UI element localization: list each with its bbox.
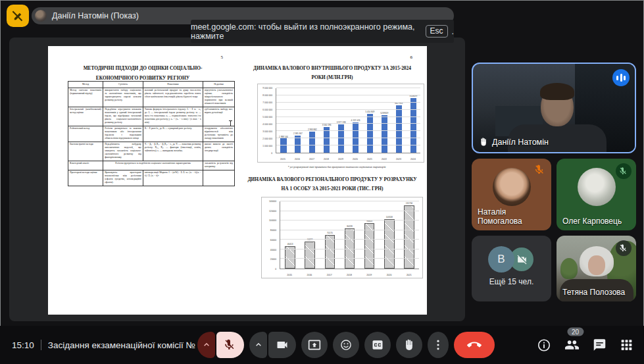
participant-name: Олег Карповець [562, 217, 622, 226]
bar-value-label: 103118 [386, 216, 393, 219]
chevron-up-icon [201, 340, 212, 350]
x-axis: 2015201620172018201920202021202220232024 [276, 158, 420, 161]
toast-text: meet.google.com: чтобы выйти из полноэкр… [191, 22, 422, 41]
avatar-letter: В [488, 246, 514, 273]
pen-off-icon [12, 10, 24, 22]
x-tick-label: 2015 [280, 274, 299, 276]
chevron-up-icon [253, 340, 264, 350]
meeting-title: Засідання екзаменаційної комісії № 1. За… [48, 340, 199, 350]
y-tick-label: 0 [271, 152, 272, 155]
apps-grid-icon [620, 338, 633, 352]
videocam-off-icon [516, 254, 528, 265]
presenter-avatar [35, 10, 47, 22]
bar [280, 138, 286, 153]
shared-screen-stage[interactable]: 5 МЕТОДИЧНІ ПІДХОДИ ДО ОЦІНКИ СОЦІАЛЬНО-… [9, 38, 465, 321]
bar-value-label: 3 560 596 [322, 124, 332, 126]
bar [382, 115, 387, 153]
more-options-button[interactable] [428, 332, 449, 358]
participant-count-badge: 20 [567, 328, 583, 336]
mic-off-icon [224, 338, 237, 351]
captions-button[interactable] [364, 332, 391, 358]
document-page-6: 6 ДИНАМІКА ВАЛОВОГО ВНУТРІШНЬОГО ПРОДУКТ… [237, 46, 427, 315]
call-end-icon [467, 338, 482, 352]
bar [285, 246, 295, 269]
show-people-button[interactable] [564, 338, 580, 353]
activities-button[interactable] [620, 338, 633, 352]
overflow-count-label: Ещё 15 чел. [472, 277, 551, 286]
gdp-chart-title: ДИНАМІКА ВАЛОВОГО ВНУТРІШНЬОГО ПРОДУКТУ … [247, 64, 418, 83]
camera-options-button[interactable] [249, 332, 267, 358]
bar-value-label: 70170 [327, 232, 333, 234]
y-tick-label: 0 [275, 268, 276, 271]
x-tick-label: 2019 [334, 158, 348, 161]
leave-call-button[interactable] [454, 332, 495, 358]
bar-value-label: 5 450 849 [366, 111, 375, 113]
x-tick-label: 2016 [299, 274, 319, 276]
y-tick-label: 3 000 000 [262, 130, 272, 133]
bar-value-label: 2 385 367 [293, 132, 303, 135]
camera-toggle-button[interactable] [268, 332, 296, 358]
clock: 15:10 [12, 340, 34, 350]
present-screen-button[interactable] [301, 332, 328, 358]
bar [404, 205, 414, 269]
avatar [493, 168, 531, 206]
participant-name: Даніїл Натомін [480, 137, 549, 147]
mic-control-group [197, 332, 244, 358]
y-tick-label: 2 000 000 [262, 138, 272, 140]
reactions-button[interactable] [333, 332, 359, 358]
participant-name: Тетяна Полозова [562, 288, 625, 297]
chat-button[interactable] [593, 338, 607, 352]
table-row: Кластерний аналізРегіони групуються за п… [68, 161, 235, 170]
participant-tile[interactable]: Наталія Помогалова [472, 159, 551, 230]
table-row: Рейтинговий методРегіони ранжуються за к… [68, 126, 235, 142]
methods-table: МетодСутністьПоказникиНедолікиМетод сист… [68, 81, 235, 186]
mic-options-button[interactable] [197, 332, 215, 358]
table-row: Просторові методи оцінкиВраховують прост… [68, 170, 235, 186]
y-tick-label: 100000 [269, 219, 276, 222]
y-tick-label: 9 000 000 [262, 87, 272, 90]
people-icon [564, 338, 580, 353]
mic-mute-button[interactable] [216, 332, 244, 358]
mic-off-icon [616, 163, 632, 179]
presenter-name: Даніїл Натомін (Показ) [52, 11, 139, 20]
annotation-toggle-button[interactable] [7, 5, 29, 27]
x-tick-label: 2016 [290, 158, 305, 161]
text-cursor [230, 120, 231, 126]
y-tick-label: 1 000 000 [262, 145, 272, 147]
x-tick-label: 2023 [391, 158, 406, 161]
divider [41, 340, 41, 350]
y-tick-label: 60000 [270, 239, 276, 242]
x-tick-label: 2017 [305, 158, 319, 161]
raise-hand-button[interactable] [396, 332, 422, 358]
x-tick-label: 2020 [379, 274, 399, 276]
bar [309, 132, 315, 153]
x-tick-label: 2022 [377, 158, 391, 161]
smiley-icon [339, 338, 353, 351]
bar [367, 114, 373, 153]
table-row: Інтегральний (комбінований) метод оцінки… [68, 107, 235, 126]
y-axis: 01 000 0002 000 0003 000 0004 000 0005 0… [258, 88, 274, 153]
participant-tile[interactable]: Олег Карповець [557, 159, 636, 230]
y-tick-label: 4 000 000 [262, 123, 272, 126]
bar [305, 242, 315, 269]
meet-control-bar: 15:10 Засідання екзаменаційної комісії №… [0, 326, 644, 364]
toast-suffix: . [452, 27, 454, 36]
plot-area: 1 988 5442 385 3672 983 8823 560 5963 97… [276, 88, 420, 153]
bar-value-label: 84228 [347, 225, 353, 228]
table-row: Метод системи показників (індикативний п… [68, 88, 235, 107]
participant-tile-speaker[interactable]: Даніїл Натомін [472, 63, 636, 153]
x-tick-label: 2018 [339, 274, 359, 276]
table-row: Економетричні методиПередбачають побудов… [68, 142, 235, 161]
y-tick-label: 5 000 000 [262, 116, 272, 118]
chat-icon [593, 338, 607, 352]
y-axis: 020000400006000080000100000120000140000 [262, 201, 278, 269]
meeting-details-button[interactable] [537, 338, 551, 352]
overflow-participants-tile[interactable]: В Ещё 15 чел. [472, 236, 551, 301]
audio-level-indicator [612, 69, 630, 86]
captions-icon [371, 338, 384, 351]
participant-tile[interactable]: Тетяна Полозова [557, 236, 636, 301]
table-header-row: МетодСутністьПоказникиНедоліки [68, 82, 235, 88]
present-screen-icon [308, 338, 321, 351]
hand-raised-icon [480, 137, 488, 147]
avatar [578, 168, 616, 206]
